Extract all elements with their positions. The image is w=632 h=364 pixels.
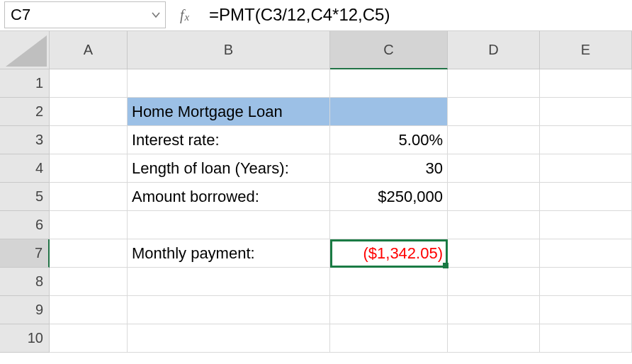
cell-C4[interactable]: 30	[330, 154, 448, 183]
cell-D2[interactable]	[448, 98, 540, 126]
cell-B6[interactable]	[128, 211, 330, 239]
cell-B3[interactable]: Interest rate:	[128, 126, 330, 154]
cell-A4[interactable]	[50, 154, 128, 183]
row-header-10[interactable]: 10	[0, 324, 50, 353]
formula-bar: fx =PMT(C3/12,C4*12,C5)	[0, 0, 632, 31]
cell-B10[interactable]	[128, 324, 330, 353]
cell-E1[interactable]	[540, 69, 632, 98]
cell-A7[interactable]	[50, 239, 128, 268]
cell-C3[interactable]: 5.00%	[330, 126, 448, 154]
cell-B5[interactable]: Amount borrowed:	[128, 183, 330, 211]
cell-C9[interactable]	[330, 296, 448, 324]
cell-E9[interactable]	[540, 296, 632, 324]
fx-icon: f	[180, 7, 184, 23]
formula-input[interactable]: =PMT(C3/12,C4*12,C5)	[203, 1, 628, 28]
row-header-6[interactable]: 6	[0, 211, 50, 239]
cell-A2[interactable]	[50, 98, 128, 126]
cell-D9[interactable]	[448, 296, 540, 324]
cell-C1[interactable]	[330, 69, 448, 98]
cell-D3[interactable]	[448, 126, 540, 154]
row-header-2[interactable]: 2	[0, 98, 50, 126]
col-header-E[interactable]: E	[540, 31, 632, 69]
cell-D6[interactable]	[448, 211, 540, 239]
row-header-5[interactable]: 5	[0, 183, 50, 211]
cell-E8[interactable]	[540, 268, 632, 296]
col-header-B[interactable]: B	[128, 31, 330, 69]
cell-E2[interactable]	[540, 98, 632, 126]
select-all-corner[interactable]	[0, 31, 50, 69]
cell-E3[interactable]	[540, 126, 632, 154]
name-box-container	[4, 1, 166, 28]
cell-A6[interactable]	[50, 211, 128, 239]
cell-A3[interactable]	[50, 126, 128, 154]
cell-C2[interactable]	[330, 98, 448, 126]
cell-D8[interactable]	[448, 268, 540, 296]
spreadsheet-grid: A B C D E 1 2 Home Mortgage Loan 3 Inter…	[0, 31, 632, 353]
cell-E5[interactable]	[540, 183, 632, 211]
col-header-A[interactable]: A	[50, 31, 128, 69]
cell-C10[interactable]	[330, 324, 448, 353]
col-header-C[interactable]: C	[330, 31, 448, 69]
cell-B2[interactable]: Home Mortgage Loan	[128, 98, 330, 126]
cell-D1[interactable]	[448, 69, 540, 98]
cell-D5[interactable]	[448, 183, 540, 211]
cell-A1[interactable]	[50, 69, 128, 98]
row-header-3[interactable]: 3	[0, 126, 50, 154]
cell-C8[interactable]	[330, 268, 448, 296]
cell-E7[interactable]	[540, 239, 632, 268]
insert-function-button[interactable]: fx	[170, 1, 198, 28]
cell-E6[interactable]	[540, 211, 632, 239]
cell-A9[interactable]	[50, 296, 128, 324]
cell-D10[interactable]	[448, 324, 540, 353]
cell-A8[interactable]	[50, 268, 128, 296]
row-header-9[interactable]: 9	[0, 296, 50, 324]
cell-B1[interactable]	[128, 69, 330, 98]
cell-B7[interactable]: Monthly payment:	[128, 239, 330, 268]
cell-A10[interactable]	[50, 324, 128, 353]
row-header-8[interactable]: 8	[0, 268, 50, 296]
name-box[interactable]	[5, 2, 165, 28]
cell-D7[interactable]	[448, 239, 540, 268]
cell-C7[interactable]: ($1,342.05)	[330, 239, 448, 268]
row-header-1[interactable]: 1	[0, 69, 50, 98]
cell-C5[interactable]: $250,000	[330, 183, 448, 211]
cell-A5[interactable]	[50, 183, 128, 211]
row-header-4[interactable]: 4	[0, 154, 50, 183]
cell-B9[interactable]	[128, 296, 330, 324]
name-box-dropdown[interactable]	[151, 10, 161, 20]
cell-D4[interactable]	[448, 154, 540, 183]
row-header-7[interactable]: 7	[0, 239, 50, 268]
cell-C6[interactable]	[330, 211, 448, 239]
cell-B8[interactable]	[128, 268, 330, 296]
chevron-down-icon	[152, 11, 160, 18]
cell-E10[interactable]	[540, 324, 632, 353]
cell-B4[interactable]: Length of loan (Years):	[128, 154, 330, 183]
cell-E4[interactable]	[540, 154, 632, 183]
col-header-D[interactable]: D	[448, 31, 540, 69]
